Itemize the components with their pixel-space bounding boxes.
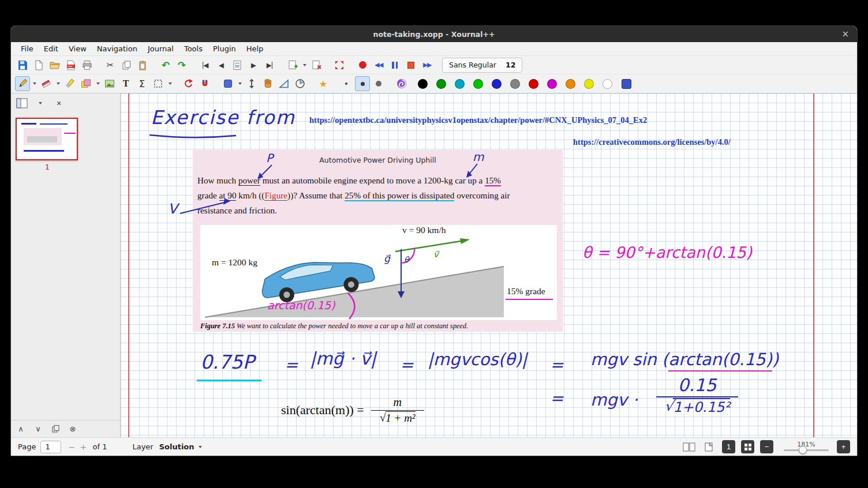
figure-link[interactable]: Figure [264,190,287,201]
sidebar-duplicate-button[interactable] [49,423,62,436]
snap-rotation-button[interactable] [181,76,196,91]
undo-button[interactable]: ↶ [158,58,173,73]
sticky-options-dropdown[interactable] [94,76,102,91]
color-swatch-6[interactable] [529,79,538,89]
fullscreen-button[interactable] [332,58,347,73]
menu-item-navigation[interactable]: Navigation [92,43,143,54]
exercise-source-link[interactable]: https://opentextbc.ca/universityphysicsv… [309,115,647,125]
select-rectangle-button[interactable] [220,76,235,91]
paste-button[interactable] [135,58,150,73]
menu-item-view[interactable]: View [63,43,92,54]
previous-page-button[interactable]: ◀ [214,58,229,73]
add-page-dropdown[interactable] [301,58,308,73]
text-tool-button[interactable]: T [118,76,133,91]
page-decrement-button[interactable]: − [66,442,77,452]
export-pdf-button[interactable]: PDF [63,58,78,73]
copy-button[interactable] [119,58,134,73]
eraser-options-dropdown[interactable] [54,76,62,91]
swirl-icon [396,78,407,89]
zoom-out-button[interactable]: − [760,440,773,453]
snap-grid-button[interactable] [197,76,212,91]
dual-page-view-button[interactable] [682,441,697,453]
color-swatch-3[interactable] [473,79,483,89]
page-number-input[interactable]: 1 [40,441,61,453]
color-swatch-9[interactable] [584,79,594,89]
new-file-button[interactable] [31,58,46,73]
menu-item-help[interactable]: Help [241,43,269,54]
goto-annotated-page-button[interactable] [230,58,245,73]
menu-item-edit[interactable]: Edit [39,43,63,54]
sticky-notes-button[interactable] [78,76,93,91]
first-page-button[interactable]: |◀ [197,58,212,73]
hand-tool-button[interactable] [260,76,275,91]
pen-tool-button[interactable] [15,76,30,91]
highlighter-tool-button[interactable] [62,76,77,91]
titlebar[interactable]: note-taking.xopp - Xournal++ × [11,26,857,42]
stop-button[interactable] [403,58,418,73]
page-thumbnail[interactable] [16,118,78,160]
page-increment-button[interactable]: + [77,442,89,452]
print-button[interactable] [80,58,95,73]
color-swatch-8[interactable] [566,79,575,89]
open-file-button[interactable] [47,58,62,73]
layer-selector[interactable]: Solution [159,442,202,451]
pen-options-dropdown[interactable] [31,76,38,91]
select-options-dropdown[interactable] [236,76,244,91]
draw-rectangle-button[interactable] [151,76,166,91]
exercise-image[interactable]: Automotive Power Driving Uphill How much… [193,150,563,332]
save-button[interactable] [15,58,30,73]
color-swatch-10[interactable] [603,79,612,89]
color-swatch-4[interactable] [492,79,502,89]
next-page-button[interactable]: ▶ [246,58,261,73]
thickness-fine-button[interactable] [339,76,354,91]
pause-button[interactable] [387,58,402,73]
menu-item-tools[interactable]: Tools [179,43,208,54]
color-swatch-2[interactable] [455,79,465,89]
drawing-canvas[interactable]: Exercise from https://opentextbc.ca/univ… [121,93,857,437]
pages-per-row-button[interactable]: 1 [722,440,735,453]
window-close-button[interactable]: × [841,30,849,39]
thickness-thick-button[interactable] [371,76,386,91]
math-tex-button[interactable]: Σ [134,76,149,91]
delete-page-button[interactable] [309,58,324,73]
sidebar-move-down-button[interactable]: ∨ [32,423,44,436]
zoom-slider-knob[interactable] [799,446,807,454]
rewind-button[interactable]: ◀◀ [371,58,386,73]
add-page-button[interactable] [285,58,300,73]
single-page-view-button[interactable] [701,441,716,453]
color-swatch-7[interactable] [547,79,557,89]
cut-button[interactable]: ✂ [103,58,118,73]
color-swatch-1[interactable] [436,79,446,89]
color-swatch-5[interactable] [510,79,520,89]
thickness-medium-button[interactable] [355,76,370,91]
vertical-space-button[interactable] [244,76,259,91]
sidebar-delete-button[interactable]: ⊗ [66,423,79,436]
grid-layout-button[interactable] [741,440,754,453]
sidebar-pane-selector[interactable] [34,97,47,110]
exercise-line-1: How much power must an automobile engine… [197,173,561,188]
eraser-tool-button[interactable] [39,76,54,91]
first-page-icon: |◀ [202,61,208,69]
menu-item-file[interactable]: File [16,43,39,54]
draw-star-button[interactable]: ★ [316,76,331,91]
current-color-swatch[interactable] [622,79,631,89]
menu-item-journal[interactable]: Journal [143,43,179,54]
insert-image-button[interactable] [102,76,117,91]
redo-button[interactable]: ↷ [174,58,189,73]
zoom-slider[interactable] [784,449,829,451]
font-selector[interactable]: Sans Regular 12 [442,58,522,73]
zoom-in-button[interactable]: + [837,440,850,453]
license-link[interactable]: https://creativecommons.org/licenses/by/… [573,137,731,147]
shape-options-dropdown[interactable] [166,76,174,91]
sidebar-move-up-button[interactable]: ∧ [14,423,27,436]
record-audio-button[interactable] [355,58,370,73]
forward-button[interactable]: ▶▶ [420,58,435,73]
setsquare-button[interactable] [276,76,291,91]
solution-lhs: 0.75P [200,351,254,373]
menu-item-plugin[interactable]: Plugin [208,43,241,54]
compass-button[interactable] [293,76,308,91]
pen-style-button[interactable] [394,76,409,91]
color-swatch-0[interactable] [418,79,428,89]
last-page-button[interactable]: ▶| [262,58,277,73]
sidebar-close-button[interactable]: × [53,97,65,110]
